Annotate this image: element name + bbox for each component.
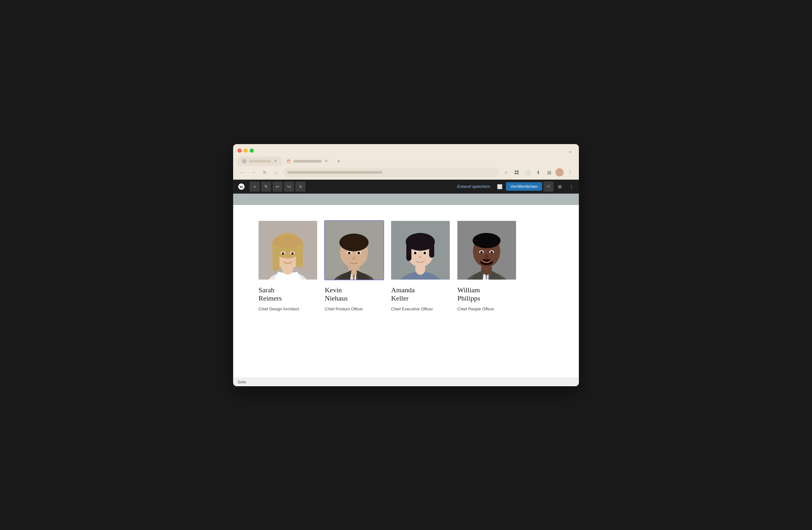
editor-page: Sarah Reimers Chief Design Architect	[233, 205, 579, 378]
browser-chrome: ⌄ ✕ W ✕ +	[233, 144, 579, 166]
download-icon[interactable]: ⬇	[534, 168, 543, 177]
new-tab-button[interactable]: +	[335, 157, 343, 165]
svg-point-27	[339, 233, 368, 252]
team-photo-william	[458, 221, 516, 280]
svg-point-20	[286, 256, 289, 259]
svg-rect-14	[296, 246, 303, 268]
team-title-amanda: Chief Executive Officer	[391, 306, 450, 312]
team-photo-kevin	[325, 221, 383, 280]
svg-rect-4	[515, 173, 517, 174]
view-toggle-button[interactable]: ⊞	[555, 182, 565, 192]
tab-close-1[interactable]: ✕	[273, 159, 277, 163]
cast-icon[interactable]: ⬜	[523, 168, 532, 177]
svg-point-57	[485, 255, 489, 258]
list-view-button[interactable]: ≡	[295, 182, 305, 192]
tab-bar: ✕ W ✕ +	[237, 157, 575, 166]
back-button[interactable]: ←	[237, 168, 246, 177]
svg-point-19	[291, 252, 294, 255]
svg-point-56	[490, 251, 493, 254]
undo-button[interactable]: ↩	[273, 182, 282, 192]
team-photo-amanda	[391, 221, 450, 280]
editor-header-bar	[233, 194, 579, 205]
team-card-sarah[interactable]: Sarah Reimers Chief Design Architect	[259, 221, 317, 312]
svg-rect-2	[515, 170, 517, 172]
wp-logo[interactable]: W	[236, 181, 247, 192]
svg-rect-3	[517, 170, 519, 172]
traffic-lights	[237, 148, 254, 153]
svg-point-42	[414, 252, 417, 254]
svg-point-15	[273, 236, 302, 247]
window-more-button[interactable]: ⌄	[568, 147, 572, 154]
team-photo-sarah	[259, 221, 317, 280]
chrome-menu-icon[interactable]: ⋮	[566, 168, 575, 177]
team-name-amanda: Amanda Keller	[391, 286, 450, 303]
page-label: Seite	[237, 380, 246, 384]
settings-button[interactable]: ⋮	[566, 182, 576, 192]
team-section: Sarah Reimers Chief Design Architect	[259, 218, 553, 312]
url-text	[287, 171, 382, 174]
svg-point-51	[473, 233, 501, 248]
svg-point-31	[358, 252, 360, 254]
team-title-kevin: Chief Product Officer	[325, 306, 383, 312]
tab-title-2	[293, 160, 322, 162]
bookmark-icon[interactable]: ☆	[502, 168, 510, 177]
hubspot-button[interactable]: H	[543, 182, 553, 192]
browser-window: ⌄ ✕ W ✕ + ←	[233, 144, 579, 386]
browser-tab-1[interactable]: ✕	[237, 157, 282, 166]
toolbar-actions: ☆ ⬜ ⬇ ▤ ⋮	[502, 168, 575, 177]
team-card-william[interactable]: William Philipps Chief People Officer	[458, 221, 516, 312]
team-name-william: William Philipps	[458, 286, 516, 303]
team-card-amanda[interactable]: Amanda Keller Chief Executive Officer	[391, 221, 450, 312]
sidebar-icon[interactable]: ▤	[545, 168, 553, 177]
svg-rect-13	[273, 246, 279, 271]
svg-point-43	[423, 252, 426, 254]
team-title-sarah: Chief Design Architect	[259, 306, 317, 312]
svg-text:W: W	[287, 160, 290, 163]
tab-favicon-1	[242, 159, 246, 163]
minimize-window-button[interactable]	[244, 148, 248, 153]
redo-button[interactable]: ↪	[284, 182, 294, 192]
address-bar[interactable]	[283, 168, 499, 177]
tab-title-1	[249, 160, 271, 162]
team-name-kevin: Kevin Niehaus	[325, 286, 383, 303]
extensions-icon[interactable]	[512, 168, 521, 177]
svg-point-55	[480, 251, 483, 254]
browser-toolbar: ← → ↻ ⌂ ☆ ⬜ ⬇ ▤ ⋮	[233, 166, 579, 180]
close-window-button[interactable]	[237, 148, 242, 153]
team-name-sarah: Sarah Reimers	[259, 286, 317, 303]
publish-button[interactable]: Veröffentlichen	[506, 182, 542, 191]
maximize-window-button[interactable]	[250, 148, 254, 153]
forward-button[interactable]: →	[249, 168, 258, 177]
svg-point-39	[407, 241, 425, 249]
tab-close-2[interactable]: ✕	[324, 159, 328, 163]
svg-rect-38	[429, 242, 434, 258]
svg-point-18	[282, 252, 284, 255]
edit-mode-button[interactable]: ✎	[261, 182, 271, 192]
browser-tab-2[interactable]: W ✕	[282, 157, 333, 166]
team-card-kevin[interactable]: Kevin Niehaus Chief Product Officer	[325, 221, 383, 312]
svg-rect-5	[517, 173, 519, 174]
editor-bottom-bar: Seite	[233, 378, 579, 386]
reload-button[interactable]: ↻	[260, 168, 269, 177]
tab-favicon-2: W	[287, 159, 291, 163]
save-draft-button[interactable]: Entwurf speichern	[454, 184, 493, 189]
preview-button[interactable]: ⬜	[494, 182, 505, 192]
editor-content: Sarah Reimers Chief Design Architect	[233, 194, 579, 378]
user-avatar[interactable]	[555, 168, 564, 176]
home-button[interactable]: ⌂	[272, 168, 281, 177]
svg-point-30	[348, 252, 350, 254]
add-block-button[interactable]: +	[250, 182, 260, 192]
wp-editor-bar: W + ✎ ↩ ↪ ≡ Entwurf speichern ⬜ Veröffen…	[233, 180, 579, 194]
team-title-william: Chief People Officer	[458, 306, 516, 312]
svg-text:W: W	[240, 184, 243, 189]
svg-point-44	[419, 256, 422, 258]
